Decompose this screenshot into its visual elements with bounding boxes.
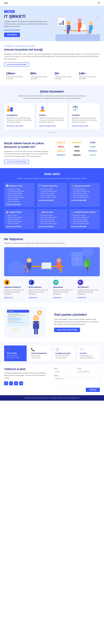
what-card-link-1[interactable]: DAHA FAZLA: [29, 297, 38, 298]
hero-link[interactable]: Daha Fazla Bilgi Edinin: [4, 29, 48, 31]
hero-text: IT ŞİRKETİ IT ŞİRKETİ volutpate velit es…: [4, 10, 48, 41]
internet-title: İnternet ticaretinin bel kemiği: [4, 48, 100, 51]
neler-item: ✓Nemo enim ipsam: [6, 199, 33, 200]
svg-rect-71: [8, 317, 16, 317]
service-link-0[interactable]: DAHA FAZLA BİLGİ EDİN: [7, 125, 23, 127]
brand-unilever: ⊕unilever: [86, 150, 100, 152]
brand-crocs: crocs: [86, 146, 100, 148]
neler-item: ✓Totam rem aperiam eaque: [71, 196, 98, 198]
internet-desc: Paragraphs of Lorem ipsum dolor sit amet…: [4, 53, 100, 60]
svg-text:★: ★: [17, 329, 19, 331]
service-link-2[interactable]: DAHA FAZLA BİLGİ EDİN: [72, 125, 88, 127]
svg-rect-0: [56, 34, 100, 41]
stat-num-3: 148+: [79, 72, 98, 75]
service-icon-2: [72, 105, 97, 113]
svg-point-46: [27, 258, 31, 262]
neler-grid: 📊 İşletmeyi Yönet ✓Duis aute irure dolor…: [4, 183, 100, 229]
hero-btn[interactable]: BİZİ ÖĞREN: [4, 32, 20, 37]
svg-point-25: [97, 17, 97, 18]
neler-item: ✓Sed ut perspiciatis unde: [39, 221, 65, 222]
footer-info-title-2: ÇALIŞMA SAATLERİ: [55, 352, 73, 354]
payment-btn[interactable]: DAHA FAZLA BİLGİ EDİNİN: [4, 160, 29, 164]
neler-item: ✓Consectetur adipiscing elit: [39, 216, 65, 218]
svg-rect-18: [88, 26, 90, 27]
svg-point-16: [89, 21, 93, 25]
svg-rect-75: [8, 322, 23, 323]
internet-btn[interactable]: DAHA FAZLA BİLGİ EDİNİN: [4, 62, 29, 66]
email-input[interactable]: [78, 370, 100, 374]
neler-item: ✓Sed ut perspiciatis unde: [6, 194, 33, 196]
form-name-label: Adınız: [54, 368, 76, 370]
service-icon-1: [39, 105, 65, 113]
ozel-btn[interactable]: DAHA FAZLA BİLGİ EDİN: [54, 328, 80, 332]
neler-list-1: ✓Duis aute irure dolor ✓Consectetur adip…: [39, 188, 65, 198]
what-card-link-2[interactable]: DAHA FAZLA: [53, 297, 62, 298]
service-desc-2: Sample text. Click to select the text bo…: [72, 117, 97, 123]
svg-point-26: [98, 16, 99, 16]
what-title: Ne Yapıyoruz: [4, 237, 100, 241]
brand-tesla: TESLA: [54, 146, 68, 148]
neler-card-icon-2: 🔒: [71, 185, 74, 187]
neler-card-icon-1: 🌍: [39, 185, 41, 187]
neler-card-title-4: 📌 İşarrtçi notlar: [39, 211, 65, 213]
footer-info-card-1: 📞 TELEFON NUMARASI +244-675-4465 +244-67…: [29, 346, 51, 361]
message-textarea[interactable]: [54, 377, 100, 386]
what-card-1: 📲 Mobil Uygulama Sample text. Click to s…: [29, 280, 51, 299]
svg-rect-73: [8, 320, 21, 320]
svg-rect-78: [32, 322, 34, 324]
what-card-title-1: Mobil Uygulama: [29, 286, 51, 288]
name-input[interactable]: [54, 370, 76, 374]
internet-subtitle: İnternet ticaretinin bel kemiği: [4, 45, 100, 47]
svg-rect-9: [67, 30, 68, 34]
neler-btn-0[interactable]: DAHA FAZLA BİLGİ EDİN: [6, 204, 33, 205]
neler-card-title-0: 📊 İşletmeyi Yönet: [6, 185, 33, 187]
brand-crolla2: CROLLA: [54, 150, 68, 152]
what-desc: Sample text. Click to select the text bo…: [4, 242, 100, 244]
what-card-link-0[interactable]: DAHA FAZLA: [4, 297, 13, 298]
neler-header: Neler dahil Allamco Laboris Nisi ut Aliq…: [4, 172, 100, 180]
submit-btn[interactable]: GÖNDER: [86, 388, 100, 392]
what-card-link-3[interactable]: DAHA FAZLA: [78, 297, 86, 298]
ozel-illustration: ⚙ ★ ★ ★: [4, 307, 50, 338]
neler-btn-2[interactable]: DAHA FAZLA BİLGİ EDİN: [71, 200, 98, 201]
brand-unilever2: ⊕unilever: [54, 154, 68, 156]
svg-rect-19: [89, 30, 90, 34]
contact-title: TEMASTA OLMAK: [4, 368, 50, 371]
neler-btn-4[interactable]: DAHA FAZLA BİLGİ EDİN: [39, 226, 65, 227]
footer-info-section: 📍 ONK OFISIMIZ 1234 Main Street New York…: [0, 342, 104, 364]
payment-section: Büyük ödeme hacmi mi yoksa benzersiz iş …: [0, 137, 104, 168]
social-youtube[interactable]: y: [14, 382, 18, 385]
neler-list-4: ✓Duis aute irure dolor ✓Consectetur adip…: [39, 214, 65, 224]
svg-text:★: ★: [13, 329, 14, 331]
neler-card-icon-0: 📊: [6, 185, 8, 187]
neler-item: ✓Consectetur adipiscing elit: [71, 190, 98, 192]
neler-card-2: 🔒 Kapsamlı güvenlik ✓Duis aute irure dol…: [70, 183, 100, 207]
hero-badge: IT ŞİRKETİ: [4, 10, 15, 13]
neler-item: ✓Cillum dolore eu fugiat: [6, 192, 33, 194]
stat-label-0: Lorem ipsum dolor sit amet consectetur: [6, 76, 25, 80]
service-card-0: prototipleme Sample text. Click to selec…: [4, 103, 34, 130]
social-twitter[interactable]: t: [9, 382, 13, 385]
footer-info-title-3: E-POSTA: [80, 352, 97, 354]
neler-list-5: ✓Duis aute irure dolor ✓Consectetur adip…: [71, 214, 98, 224]
services-header: Şirket Hizmetleri Sample text. Click to …: [4, 90, 100, 100]
svg-rect-32: [40, 110, 45, 112]
contact-form: Adınız Email Mesaj GÖNDER: [54, 368, 100, 392]
svg-point-36: [74, 106, 76, 108]
nav-menu-icon[interactable]: ☰: [98, 2, 100, 4]
neler-title: Neler dahil: [4, 172, 100, 176]
neler-item: ✓Duis aute irure dolor: [71, 188, 98, 190]
neler-item: ✓İşletmeyi yönet: [6, 214, 33, 216]
neler-btn-1[interactable]: DAHA FAZLA BİLGİ EDİN: [39, 200, 65, 201]
neler-item: ✓Sed ut perspiciatis: [6, 201, 33, 202]
stat-num-2: 35+: [55, 72, 74, 75]
hero-section: IT ŞİRKETİ IT ŞİRKETİ volutpate velit es…: [0, 6, 104, 41]
social-facebook[interactable]: f: [4, 382, 8, 385]
neler-btn-3[interactable]: DAHA FAZLA BİLGİ EDİN: [6, 226, 33, 227]
neler-btn-5[interactable]: DAHA FAZLA BİLGİ EDİN: [71, 226, 98, 227]
neler-desc: Allamco Laboris Nisi ut Aliqua Ex ea Com…: [17, 177, 87, 180]
social-linkedin[interactable]: in: [19, 382, 23, 385]
neler-item: ✓Totam rem aperiam eaque: [39, 223, 65, 224]
svg-point-66: [8, 311, 9, 312]
service-link-1[interactable]: DAHA FAZLA BİLGİ EDİN: [39, 125, 56, 127]
